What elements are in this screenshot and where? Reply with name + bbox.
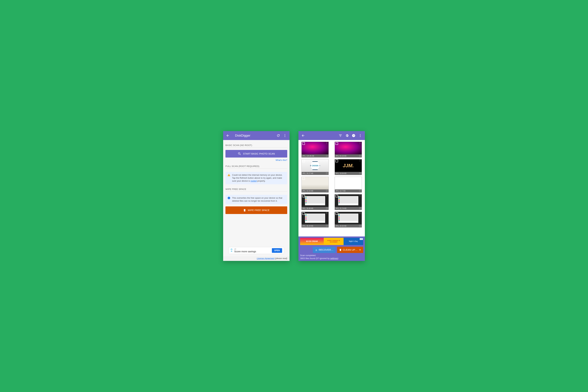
result-thumbnail[interactable]: ⋮JPG, 32.22 KB [302,177,329,192]
root-warning-alert: Could not detect the internal memory on … [226,172,287,184]
thumbnail-checkbox[interactable] [336,212,338,215]
thumbnail-more-icon[interactable]: ⋮ [359,212,361,215]
fullscreen-icon[interactable] [359,172,361,174]
back-button[interactable] [224,132,231,139]
fullscreen-icon[interactable] [326,155,328,157]
warning-icon [228,174,230,176]
trash-icon [243,209,246,212]
thumbnail-more-icon[interactable]: ⋮ [359,195,361,197]
svg-point-1 [284,135,285,136]
ad-banner[interactable]: i n3 Score more savings OPEN [229,247,284,254]
screen-results: ? ⋮JPG, 124.45 KB⋮JPG, 64.18 KBCASSIA⋮JP… [298,131,365,261]
thumbnail-checkbox[interactable] [336,177,338,180]
refresh-button[interactable] [275,132,282,139]
license-link[interactable]: License Agreement [257,257,274,260]
thumbnail-caption: JPG, 20.27 KB [302,172,313,174]
thumbnail-checkbox[interactable] [302,177,305,180]
result-thumbnail[interactable]: ⋮JPG, 32.03 KB [335,212,362,228]
fullscreen-icon[interactable] [359,190,361,192]
back-button[interactable] [300,132,306,139]
help-icon: ? [352,134,356,138]
results-grid[interactable]: ⋮JPG, 124.45 KB⋮JPG, 64.18 KBCASSIA⋮JPG,… [298,140,365,236]
svg-text:i: i [231,249,232,250]
basic-scan-label: BASIC SCAN (NO ROOT) [226,144,287,146]
ad-banner[interactable]: $2 ICE CREAM EVERY TUESDAY IN NOVEMBER N… [300,238,363,245]
info-icon [228,196,230,200]
thumbnail-more-icon[interactable]: ⋮ [359,142,361,145]
refresh-icon [276,134,280,138]
thumbnail-checkbox[interactable] [336,142,338,145]
result-thumbnail[interactable]: JJM.⋮JPG, 10.04 KB [335,159,362,175]
arrow-back-icon [226,134,230,138]
thumbnail-caption: JPG, 30.24 KB [302,225,313,227]
appbar: DiskDigger [223,131,290,140]
ad-seg1: $2 ICE CREAM [300,238,324,245]
whats-this-link[interactable]: What's this? [226,159,287,161]
ad-text: n3 Score more savings [234,248,271,253]
thumbnail-caption: JPG, 32.22 KB [302,190,313,192]
thumbnail-more-icon[interactable]: ⋮ [326,160,328,162]
svg-point-2 [284,136,285,137]
thumbnail-more-icon[interactable]: ⋮ [326,142,328,145]
settings-link[interactable]: settings [330,257,338,260]
more-vert-icon [358,134,362,138]
more-vert-icon [283,134,287,138]
thumbnail-checkbox[interactable] [302,195,305,197]
result-thumbnail[interactable]: ⋮JPG, 12.7 KB [335,177,362,192]
result-thumbnail[interactable]: ⋮JPG, 64.18 KB [335,142,362,158]
fullscreen-icon[interactable] [326,225,328,227]
result-thumbnail[interactable]: ⋮JPG, 22.74 KB [335,194,362,210]
filter-icon [338,134,342,138]
download-icon [315,248,318,251]
wipe-info-text: This overwrites the free space on your d… [232,196,285,202]
result-thumbnail[interactable]: ⋮JPG, 30.49 KB [302,194,329,210]
thumbnail-more-icon[interactable]: ⋮ [326,177,328,180]
cleanup-button[interactable]: CLEAN UP… [337,247,363,253]
license-line: License Agreement (please read) [223,256,290,261]
thumbnail-more-icon[interactable]: ⋮ [359,177,361,180]
thumbnail-checkbox[interactable] [302,212,305,215]
thumbnail-caption: JPG, 124.45 KB [302,155,314,157]
fullscreen-icon[interactable] [359,155,361,157]
action-row: RECOVER… CLEAN UP… [300,247,363,253]
overflow-button[interactable] [282,132,288,139]
ad-close-button[interactable]: i [230,248,233,253]
full-scan-label: FULL SCAN (ROOT REQUIRED) [226,165,287,168]
rooted-link[interactable]: rooted [250,180,257,182]
ad-open-button[interactable]: OPEN [272,248,282,253]
result-thumbnail[interactable]: CASSIA⋮JPG, 20.27 KB [302,159,329,175]
svg-point-9 [360,135,360,136]
help-button[interactable]: ? [350,132,357,139]
status-text: Scan completed. 3803 files found (57 ign… [300,254,363,260]
thumbnail-checkbox[interactable] [302,142,305,145]
settings-button[interactable] [344,132,350,139]
thumbnail-checkbox[interactable] [302,160,305,162]
result-thumbnail[interactable]: ⋮JPG, 124.45 KB [302,142,329,158]
thumbnail-checkbox[interactable] [336,160,338,162]
main-content: BASIC SCAN (NO ROOT) START BASIC PHOTO S… [223,140,290,256]
thumbnail-more-icon[interactable]: ⋮ [326,212,328,215]
thumbnail-caption: JPG, 10.04 KB [336,172,346,174]
ad-close-icon[interactable]: ⓘ✕ [360,238,363,240]
fullscreen-icon[interactable] [359,207,361,210]
svg-point-8 [360,134,360,135]
wipe-free-space-button[interactable]: WIPE FREE SPACE [226,206,287,214]
fullscreen-icon[interactable] [326,207,328,210]
root-warning-text: Could not detect the internal memory on … [232,174,285,183]
thumbnail-checkbox[interactable] [336,195,338,197]
screen-main: DiskDigger BASIC SCAN (NO ROOT) START BA… [223,131,290,261]
filter-button[interactable] [337,132,344,139]
result-thumbnail[interactable]: ⋮JPG, 30.24 KB [302,212,329,228]
svg-point-0 [284,134,285,135]
thumbnail-caption: JPG, 12.7 KB [336,190,346,192]
fullscreen-icon[interactable] [359,225,361,227]
thumbnail-more-icon[interactable]: ⋮ [359,160,361,162]
fullscreen-icon[interactable] [326,190,328,192]
wipe-label: WIPE FREE SPACE [226,188,287,190]
fullscreen-icon[interactable] [326,172,328,174]
start-basic-scan-button[interactable]: START BASIC PHOTO SCAN [226,150,287,158]
svg-text:?: ? [353,134,354,137]
overflow-button[interactable] [357,132,364,139]
thumbnail-more-icon[interactable]: ⋮ [326,195,328,197]
recover-button[interactable]: RECOVER… [313,247,336,253]
